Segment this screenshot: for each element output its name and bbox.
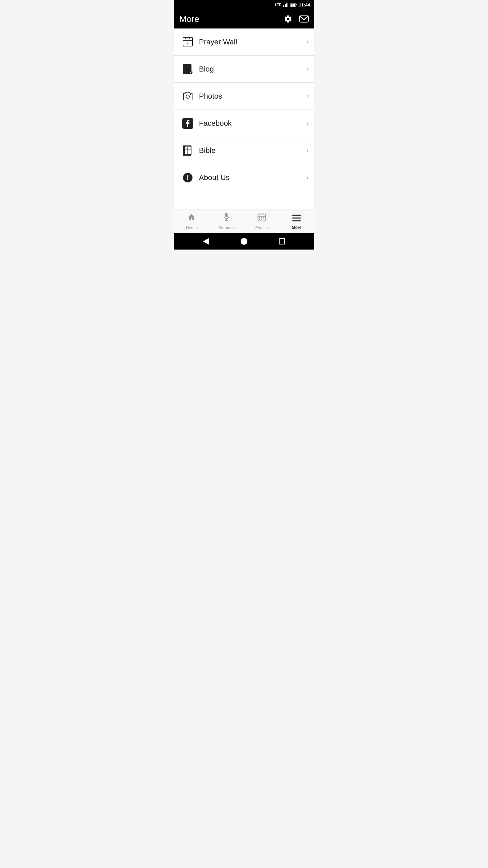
blog-icon bbox=[182, 64, 193, 75]
svg-marker-1 bbox=[285, 4, 286, 7]
photos-icon-container bbox=[179, 91, 196, 102]
menu-icon bbox=[292, 213, 301, 224]
microphone-icon bbox=[223, 213, 230, 224]
svg-marker-2 bbox=[286, 3, 287, 7]
page-title: More bbox=[179, 14, 199, 24]
svg-rect-30 bbox=[259, 217, 260, 218]
prayer-icon-container: ✝ bbox=[179, 37, 196, 47]
facebook-icon bbox=[182, 118, 193, 129]
prayer-wall-label: Prayer Wall bbox=[199, 38, 306, 46]
nav-item-events[interactable]: Events bbox=[244, 210, 279, 233]
about-us-chevron: › bbox=[306, 173, 309, 182]
home-button[interactable] bbox=[241, 238, 247, 245]
blog-label: Blog bbox=[199, 65, 306, 74]
svg-point-18 bbox=[186, 95, 189, 98]
svg-rect-32 bbox=[263, 217, 264, 218]
recents-button[interactable] bbox=[279, 238, 285, 244]
svg-rect-37 bbox=[292, 220, 301, 221]
blog-chevron: › bbox=[306, 65, 309, 74]
nav-item-home[interactable]: Home bbox=[174, 210, 209, 233]
menu-item-blog[interactable]: Blog › bbox=[174, 56, 314, 83]
signal-icon bbox=[283, 3, 288, 7]
photos-label: Photos bbox=[199, 92, 306, 101]
header: More bbox=[174, 9, 314, 28]
calendar-icon bbox=[257, 213, 266, 224]
blog-icon-container bbox=[179, 64, 196, 75]
menu-item-facebook[interactable]: Facebook › bbox=[174, 110, 314, 137]
menu-item-photos[interactable]: Photos › bbox=[174, 83, 314, 110]
prayer-wall-chevron: › bbox=[306, 38, 309, 46]
android-nav bbox=[174, 233, 314, 250]
battery-icon bbox=[290, 3, 297, 7]
status-bar: LTE 11:44 bbox=[174, 0, 314, 9]
nav-item-more[interactable]: More bbox=[279, 210, 314, 233]
menu-item-prayer-wall[interactable]: ✝ Prayer Wall › bbox=[174, 28, 314, 56]
sermons-nav-label: Sermons bbox=[218, 225, 235, 230]
svg-rect-23 bbox=[225, 213, 228, 217]
facebook-label: Facebook bbox=[199, 119, 306, 128]
home-icon bbox=[187, 213, 196, 224]
facebook-chevron: › bbox=[306, 119, 309, 128]
svg-text:✝: ✝ bbox=[186, 42, 189, 45]
facebook-icon-container bbox=[179, 118, 196, 129]
menu-list: ✝ Prayer Wall › Blog › bbox=[174, 28, 314, 210]
menu-item-about-us[interactable]: i About Us › bbox=[174, 164, 314, 191]
about-us-label: About Us bbox=[199, 173, 306, 182]
header-icons bbox=[284, 15, 309, 23]
about-icon-container: i bbox=[179, 172, 196, 183]
message-button[interactable] bbox=[299, 15, 309, 23]
bible-icon bbox=[182, 145, 193, 156]
bible-chevron: › bbox=[306, 146, 309, 155]
menu-item-bible[interactable]: Bible › bbox=[174, 137, 314, 164]
back-button[interactable] bbox=[203, 238, 209, 245]
camera-icon bbox=[182, 91, 193, 102]
nav-item-sermons[interactable]: Sermons bbox=[209, 210, 244, 233]
svg-rect-36 bbox=[292, 218, 301, 219]
svg-text:i: i bbox=[187, 174, 188, 181]
svg-rect-34 bbox=[261, 219, 262, 220]
svg-rect-33 bbox=[259, 219, 260, 220]
bible-label: Bible bbox=[199, 146, 306, 155]
svg-rect-31 bbox=[261, 217, 262, 218]
mail-icon bbox=[299, 15, 309, 23]
bottom-nav: Home Sermons bbox=[174, 210, 314, 233]
settings-button[interactable] bbox=[284, 15, 292, 23]
svg-marker-3 bbox=[287, 3, 288, 7]
home-nav-label: Home bbox=[186, 225, 197, 230]
bible-icon-container bbox=[179, 145, 196, 156]
photos-chevron: › bbox=[306, 92, 309, 101]
svg-rect-5 bbox=[296, 4, 297, 5]
svg-rect-35 bbox=[292, 215, 301, 216]
prayer-icon: ✝ bbox=[182, 37, 193, 47]
info-icon: i bbox=[182, 172, 193, 183]
events-nav-label: Events bbox=[255, 225, 268, 230]
more-nav-label: More bbox=[292, 225, 302, 230]
svg-marker-0 bbox=[283, 5, 284, 7]
svg-point-19 bbox=[190, 94, 191, 95]
gear-icon bbox=[284, 15, 292, 23]
time-display: 11:44 bbox=[299, 2, 310, 7]
lte-indicator: LTE bbox=[275, 3, 281, 7]
